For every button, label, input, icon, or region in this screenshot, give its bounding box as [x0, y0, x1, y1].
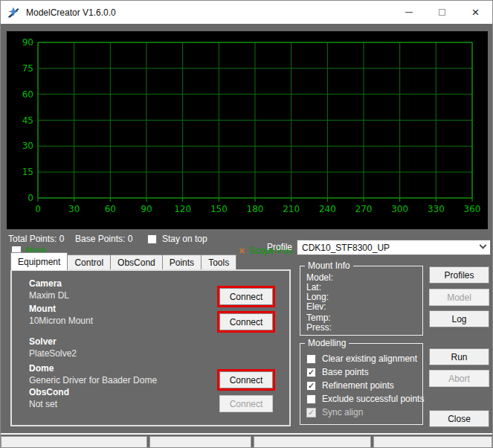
sky-model-chart: 0306090120150180210240270300330360015304…	[7, 31, 488, 229]
modelcreator-window: ModelCreator V1.6.0.0 × 0306090120150180…	[0, 0, 493, 448]
run-button[interactable]: Run	[429, 348, 489, 365]
total-points-label: Total Points: 0	[8, 234, 64, 244]
modelling-option: Exclude successful points	[306, 394, 424, 404]
chart-plot: 0306090120150180210240270300330360015304…	[7, 31, 488, 229]
tab-obscond[interactable]: ObsCond	[110, 255, 163, 270]
exclude-successful-checkbox[interactable]	[306, 394, 316, 404]
mount-elev-label: Elev:	[306, 301, 326, 312]
svg-text:300: 300	[391, 204, 408, 214]
status-panel	[254, 436, 371, 448]
minimize-icon	[405, 12, 413, 13]
svg-text:180: 180	[247, 204, 264, 214]
modelling-option: Clear existing alignment	[306, 353, 417, 364]
mount-temp-label: Temp:	[306, 313, 331, 323]
clear-alignment-checkbox[interactable]	[306, 354, 316, 364]
modelling-option: ✓ Refinement points	[306, 380, 394, 391]
option-label: Sync align	[322, 407, 363, 417]
abort-button[interactable]: Abort	[429, 370, 489, 387]
mount-model-label: Model:	[306, 272, 333, 283]
mount-info-group: Mount Info Model: Lat: Long: Elev: Temp:…	[300, 266, 423, 336]
scope-pos-x-icon: ×	[239, 246, 245, 255]
mount-long-label: Long:	[306, 292, 329, 302]
mount-category: Mount	[29, 304, 56, 314]
svg-text:120: 120	[174, 204, 191, 214]
svg-text:45: 45	[22, 115, 33, 126]
stay-on-top-checkbox[interactable]	[147, 234, 157, 244]
model-button[interactable]: Model	[429, 289, 489, 306]
minimize-button[interactable]	[392, 1, 425, 24]
maximize-icon	[439, 9, 445, 16]
base-points-checkbox[interactable]: ✓	[306, 368, 316, 377]
svg-text:30: 30	[22, 141, 33, 151]
equipment-panel: Camera Maxim DL Connect Mount 10Micron M…	[10, 269, 291, 426]
status-panel	[373, 436, 492, 448]
close-icon: ×	[472, 6, 480, 19]
svg-text:90: 90	[22, 37, 33, 48]
svg-text:0: 0	[28, 193, 33, 203]
status-panel	[1, 436, 147, 448]
tab-equipment[interactable]: Equipment	[10, 252, 68, 270]
option-label: Base points	[322, 367, 369, 377]
refinement-points-checkbox[interactable]: ✓	[306, 381, 316, 391]
camera-category: Camera	[29, 278, 62, 289]
close-action-button[interactable]: Close	[429, 410, 489, 427]
svg-text:360: 360	[464, 204, 481, 214]
modelling-option: ✓ Base points	[306, 367, 369, 377]
svg-text:75: 75	[22, 63, 33, 74]
svg-text:60: 60	[105, 204, 116, 214]
window-title: ModelCreator V1.6.0.0	[26, 7, 116, 18]
svg-text:210: 210	[283, 204, 300, 214]
log-button[interactable]: Log	[429, 310, 489, 327]
sync-align-checkbox: ✓	[306, 408, 316, 417]
solver-device: PlateSolve2	[29, 348, 77, 359]
option-label: Refinement points	[322, 380, 394, 391]
obscond-connect-button[interactable]: Connect	[219, 395, 273, 412]
camera-connect-wrap: Connect	[217, 286, 275, 307]
svg-text:15: 15	[22, 167, 33, 177]
option-label: Clear existing alignment	[322, 353, 417, 364]
profile-dropdown[interactable]: CDK10_STF8300_UP	[297, 240, 491, 255]
obscond-device: Not set	[29, 399, 57, 409]
svg-text:240: 240	[319, 204, 336, 214]
mount-info-title: Mount Info	[305, 260, 353, 271]
profile-label: Profile	[267, 242, 292, 252]
dome-connect-wrap: Connect	[217, 369, 275, 391]
status-panel	[149, 436, 251, 448]
tab-control[interactable]: Control	[67, 255, 111, 270]
dome-category: Dome	[29, 363, 54, 374]
mount-connect-wrap: Connect	[217, 311, 275, 333]
app-star-icon	[7, 6, 20, 19]
svg-text:90: 90	[141, 204, 152, 214]
stay-on-top-label: Stay on top	[162, 234, 207, 244]
svg-text:330: 330	[428, 204, 445, 214]
svg-text:30: 30	[68, 204, 80, 214]
profiles-button[interactable]: Profiles	[429, 266, 489, 284]
tab-tools[interactable]: Tools	[201, 255, 236, 270]
maximize-button[interactable]	[425, 1, 459, 24]
profile-value: CDK10_STF8300_UP	[302, 243, 390, 253]
svg-text:60: 60	[22, 89, 33, 100]
solver-category: Solver	[29, 336, 57, 347]
tab-points[interactable]: Points	[162, 255, 202, 270]
mount-press-label: Press:	[306, 322, 332, 333]
dome-connect-button[interactable]: Connect	[219, 371, 273, 388]
base-points-label: Base Points: 0	[75, 234, 132, 244]
title-bar: ModelCreator V1.6.0.0 ×	[1, 1, 492, 24]
modelling-title: Modelling	[305, 338, 349, 348]
obscond-category: ObsCond	[29, 387, 69, 397]
chevron-down-icon	[480, 242, 487, 249]
mount-device: 10Micron Mount	[29, 316, 93, 326]
svg-text:150: 150	[210, 204, 228, 214]
obscond-connect-wrap: Connect	[217, 393, 275, 415]
modelling-group: Modelling Clear existing alignment ✓ Bas…	[300, 343, 423, 425]
camera-connect-button[interactable]: Connect	[219, 288, 273, 305]
svg-text:270: 270	[355, 204, 373, 214]
camera-device: Maxim DL	[29, 290, 69, 301]
close-button[interactable]: ×	[459, 1, 492, 24]
mount-lat-label: Lat:	[306, 282, 321, 292]
tab-strip: Equipment Control ObsCond Points Tools	[10, 252, 236, 270]
modelling-option: ✓ Sync align	[306, 407, 363, 417]
dome-device: Generic Driver for Baader Dome	[29, 375, 157, 385]
mount-connect-button[interactable]: Connect	[219, 313, 273, 330]
status-bar	[1, 433, 492, 448]
